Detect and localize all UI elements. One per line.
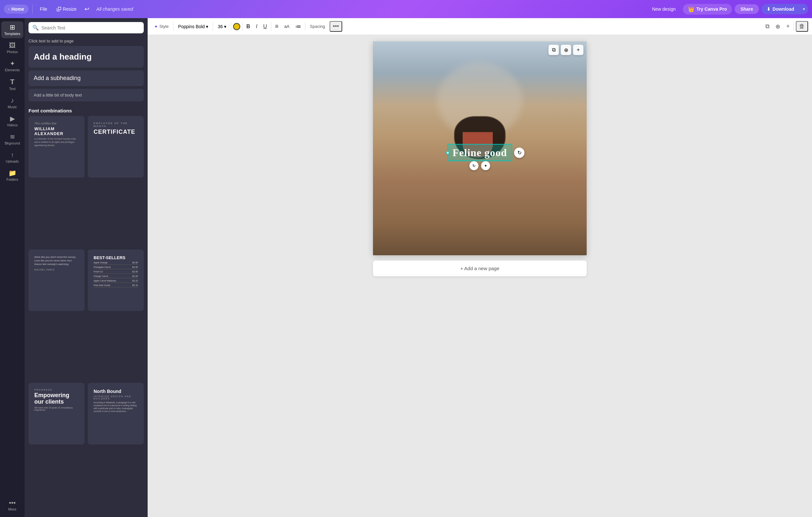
page-top-icons: ⧉ ⊕ + (548, 45, 583, 55)
add-page-icon-button[interactable]: + (784, 22, 792, 31)
font-color-swatch[interactable] (233, 23, 240, 30)
style-button[interactable]: ✦ Style (151, 23, 171, 30)
sidebar-item-more[interactable]: ••• More (1, 497, 23, 514)
page-duplicate-icon[interactable]: ⊕ (561, 45, 571, 55)
bold-button[interactable]: B (244, 22, 252, 31)
background-icon: ≋ (10, 133, 15, 140)
canvas-scroll[interactable]: ⧉ ⊕ + Feline good ↻ ↻ ✦ (148, 35, 812, 517)
page-copy-icon[interactable]: ⧉ (548, 45, 559, 55)
music-icon: ♪ (11, 97, 14, 104)
duplicate-page-button[interactable]: ⊕ (774, 22, 782, 31)
resize-icon (56, 6, 61, 12)
new-design-button[interactable]: New design (647, 4, 680, 13)
sidebar-item-photos[interactable]: 🖼 Photos (1, 39, 23, 56)
copy-page-button[interactable]: ⧉ (763, 22, 772, 31)
font-size-selector[interactable]: 36 ▾ (215, 23, 229, 30)
canvas-area: ✦ Style Poppins Bold ▾ 36 ▾ B I U ≡ aA ≔ (148, 18, 812, 517)
font-card-certificate[interactable]: This certifies that WILLIAM ALEXANDER is… (28, 116, 85, 178)
file-button[interactable]: File (36, 4, 51, 13)
sidebar-item-templates[interactable]: ⊞ Templates (1, 21, 23, 38)
text-toolbar: ✦ Style Poppins Bold ▾ 36 ▾ B I U ≡ aA ≔ (148, 18, 812, 35)
north-body: According to Wikipedia, a paragraph is a… (93, 401, 138, 413)
font-selector[interactable]: Poppins Bold ▾ (175, 23, 211, 30)
font-grid: This certifies that WILLIAM ALEXANDER is… (25, 116, 148, 517)
align-button[interactable]: ≡ (273, 22, 281, 31)
font-size-value: 36 (218, 24, 223, 29)
page-actions: ⧉ ⊕ + 🗑 (763, 21, 808, 32)
font-card-bestsellers[interactable]: BEST-SELLERS Apple Orange$3.90 Pineapple… (88, 249, 144, 311)
sidebar-label-background: Bkground (4, 141, 20, 145)
sidebar-item-music[interactable]: ♪ Music (1, 94, 23, 111)
sidebar-label-text: Text (9, 87, 16, 91)
cert-top: This certifies that (34, 122, 79, 125)
best-row-2: Pineapple Carrot$4.90 (93, 265, 138, 269)
tb-sep-2 (213, 22, 213, 31)
north-card-inner: North Bound INTERIOR DESIGN AND BUILDERS… (91, 386, 141, 441)
page-add-icon[interactable]: + (573, 45, 583, 55)
add-subheading-button[interactable]: Add a subheading (28, 70, 144, 86)
font-card-northbound[interactable]: North Bound INTERIOR DESIGN AND BUILDERS… (88, 383, 144, 444)
list-button[interactable]: ≔ (293, 22, 303, 31)
click-to-add-label: Click text to add to page (25, 37, 148, 46)
case-button[interactable]: aA (282, 23, 291, 30)
spacing-button[interactable]: Spacing (307, 23, 328, 30)
italic-button[interactable]: I (254, 22, 259, 31)
add-page-button[interactable]: + Add a new page (373, 261, 587, 276)
home-button[interactable]: ‹ Home (4, 4, 28, 13)
delete-button[interactable]: 🗑 (796, 21, 808, 32)
sidebar: ⊞ Templates 🖼 Photos ✦ Elements T Text ♪… (0, 18, 25, 517)
text-move-btn[interactable]: ✦ (481, 161, 490, 170)
underline-button[interactable]: U (261, 22, 269, 31)
tb-sep-4 (242, 22, 242, 31)
download-button[interactable]: ⬇ Download (761, 4, 800, 14)
north-title: North Bound (93, 389, 138, 394)
font-card-empowering[interactable]: PROGRESS Empowering our clients We have … (28, 383, 85, 444)
search-input-wrap: 🔍 (28, 22, 144, 33)
sidebar-item-uploads[interactable]: ↑ Uploads (1, 149, 23, 166)
best-sellers-title: BEST-SELLERS (93, 255, 138, 260)
canvas-text-content: Feline good (453, 147, 507, 158)
rotate-handle[interactable]: ↻ (514, 147, 524, 158)
font-chevron-icon: ▾ (206, 24, 208, 29)
more-options-button[interactable]: ••• (329, 21, 342, 32)
resize-handle[interactable] (446, 151, 450, 154)
emp2-card-inner: PROGRESS Empowering our clients We have … (32, 386, 81, 441)
text-rotate-btn[interactable]: ↻ (469, 161, 478, 170)
download-arrow-button[interactable]: ▾ (800, 4, 808, 14)
canvas-wrapper: ⧉ ⊕ + Feline good ↻ ↻ ✦ (373, 42, 587, 276)
sidebar-label-videos: Videos (7, 123, 18, 127)
quote-author: RACHEL PARIS (34, 269, 79, 271)
tb-sep-7 (793, 22, 794, 31)
top-nav: ‹ Home File Resize ↩ All changes saved N… (0, 0, 812, 18)
search-input[interactable] (41, 25, 140, 30)
emp2-progress: PROGRESS (34, 389, 79, 391)
sidebar-item-elements[interactable]: ✦ Elements (1, 58, 23, 75)
sidebar-label-uploads: Uploads (6, 159, 19, 163)
uploads-icon: ↑ (11, 152, 14, 158)
sidebar-item-background[interactable]: ≋ Bkground (1, 131, 23, 148)
folders-icon: 📁 (8, 170, 17, 176)
tb-sep-1 (173, 22, 174, 31)
emp2-sub: We have over 20 years of consultancy exp… (34, 407, 79, 411)
undo-button[interactable]: ↩ (83, 4, 91, 15)
quote-text: Work like you don't need the money. Love… (34, 255, 79, 266)
canvas-text-element[interactable]: Feline good ↻ ↻ ✦ (447, 144, 512, 161)
add-heading-button[interactable]: Add a heading (28, 46, 144, 68)
try-pro-button[interactable]: 👑 Try Canva Pro (683, 4, 732, 15)
cert-sub: is a Member of the Orchard Country Club … (34, 137, 79, 147)
sidebar-label-more: More (8, 507, 16, 511)
add-body-button[interactable]: Add a little bit of body text (28, 89, 144, 101)
elements-icon: ✦ (10, 60, 15, 67)
font-card-employee[interactable]: EMPLOYEE OF THE MONTH CERTIFICATE (88, 116, 144, 178)
font-card-quote[interactable]: Work like you don't need the money. Love… (28, 249, 85, 311)
photos-icon: 🖼 (9, 42, 16, 49)
sidebar-item-folders[interactable]: 📁 Folders (1, 167, 23, 184)
sidebar-item-videos[interactable]: ▶ Videos (1, 113, 23, 130)
canvas-page[interactable]: ⧉ ⊕ + Feline good ↻ ↻ ✦ (373, 42, 587, 255)
tb-sep-6 (305, 22, 305, 31)
best-row-1: Apple Orange$3.90 (93, 261, 138, 265)
sidebar-label-music: Music (8, 105, 17, 109)
sidebar-item-text[interactable]: T Text (1, 76, 23, 93)
share-button[interactable]: Share (735, 4, 759, 14)
resize-button[interactable]: Resize (53, 4, 80, 13)
